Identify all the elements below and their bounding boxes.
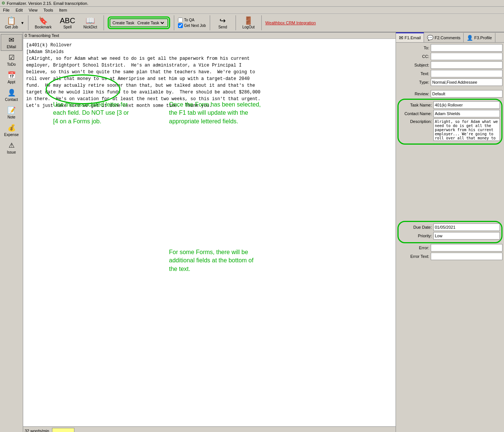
priority-label: Priority: (400, 234, 432, 238)
to-input[interactable] (431, 44, 503, 52)
form-row-error: Error: (397, 244, 503, 252)
text-area-container: Use the associated letter for each field… (23, 39, 396, 426)
contactname-input[interactable] (433, 110, 500, 117)
form-row-priority: Priority: (400, 232, 500, 240)
f2comments-tab-icon: 💬 (427, 35, 433, 41)
menu-tools[interactable]: Tools (42, 7, 55, 13)
f1email-tab-icon: ✉ (399, 35, 403, 41)
title-bar: ⚙ Formalizer. Version 2.15. Email transc… (0, 0, 504, 7)
cc-label: CC: (397, 54, 429, 59)
sidebar-item-contact[interactable]: 👤 Contact (1, 87, 22, 104)
cc-input[interactable] (431, 53, 503, 60)
tab-f1email[interactable]: ✉ F1.Email (396, 33, 424, 42)
nickdict-button[interactable]: 📖 NickDict (81, 16, 100, 30)
logout-icon: 🚪 (244, 17, 253, 24)
errortext-input[interactable] (431, 253, 503, 260)
form-row-taskname: Task Name: (400, 101, 500, 109)
error-input[interactable] (431, 244, 503, 252)
email-icon: ✉ (9, 36, 14, 44)
title-text: Formalizer. Version 2.15. Email transcri… (7, 1, 88, 6)
content-area: 0 Transcribing Text Use the associated l… (23, 33, 396, 432)
sidebar-item-todo[interactable]: ☑ ToDo (1, 52, 22, 68)
right-tabs: ✉ F1.Email 💬 F2.Comments 👤 F3.Profile (396, 33, 504, 43)
form-row-type: Type: (397, 78, 503, 86)
note-icon: 📝 (7, 106, 16, 114)
words-per-min: 32 words/min (25, 429, 49, 432)
form-row-errortext: Error Text: (397, 253, 503, 260)
bookmark-icon: 🔖 (39, 17, 48, 24)
issue-icon: ⚠ (9, 141, 15, 149)
todo-icon: ☑ (9, 53, 15, 62)
spell-icon: ABC (60, 17, 75, 24)
right-panel: ✉ F1.Email 💬 F2.Comments 👤 F3.Profile To… (396, 33, 504, 432)
sidebar-item-appt[interactable]: 📅 Appt (1, 69, 22, 86)
status-input[interactable] (52, 428, 74, 432)
send-button[interactable]: ↪ Send (214, 16, 232, 30)
type-label: Type: (397, 80, 429, 84)
f3profile-tab-icon: 👤 (467, 35, 473, 41)
errortext-label: Error Text: (397, 254, 429, 259)
review-input[interactable] (431, 90, 503, 98)
form-row-review: Review: (397, 90, 503, 98)
type-input[interactable] (431, 78, 503, 86)
to-qa-label: To QA (184, 18, 194, 22)
tab-f2comments[interactable]: 💬 F2.Comments (424, 33, 464, 42)
contact-icon: 👤 (7, 89, 16, 97)
appt-icon: 📅 (7, 71, 16, 79)
taskname-label: Task Name: (400, 103, 432, 107)
sidebar-item-email[interactable]: ✉ EMail (1, 34, 22, 51)
description-label: Description: (400, 119, 432, 124)
form-row-text: Text: (397, 70, 503, 77)
to-qa-checkbox[interactable] (178, 18, 183, 22)
main-layout: ✉ EMail ☑ ToDo 📅 Appt 👤 Contact 📝 Note 💰… (0, 33, 504, 432)
priority-input[interactable] (433, 232, 500, 240)
duedate-label: Due Date: (400, 225, 432, 229)
main-textarea[interactable] (23, 39, 396, 426)
expense-icon: 💰 (7, 124, 16, 132)
error-label: Error: (397, 246, 429, 250)
text-input[interactable] (431, 70, 503, 77)
create-task-wrapper: Create Task Create Task (108, 16, 170, 29)
form-row-duedate: Due Date: (400, 223, 500, 231)
form-panel: To: CC: Subject: Text: Type: (396, 43, 504, 432)
get-job-dropdown[interactable]: ▼ (21, 21, 24, 25)
form-row-subject: Subject: (397, 61, 503, 69)
form-row-cc: CC: (397, 53, 503, 60)
toolbar: 📋 Get Job ▼ 🔖 Bookmark ABC Spell 📖 NickD… (0, 14, 504, 33)
left-sidebar: ✉ EMail ☑ ToDo 📅 Appt 👤 Contact 📝 Note 💰… (0, 33, 23, 432)
review-label: Review: (397, 92, 429, 96)
description-input[interactable]: Alright, so for Adam what we need to do … (433, 118, 500, 141)
menu-edit[interactable]: Edit (14, 7, 24, 13)
menu-bar: File Edit View Tools Item (0, 7, 504, 14)
get-job-button[interactable]: 📋 Get Job (2, 16, 21, 30)
transcribing-label: 0 Transcribing Text (23, 33, 396, 39)
taskname-input[interactable] (433, 101, 500, 109)
text-label: Text: (397, 71, 429, 76)
sidebar-item-expense[interactable]: 💰 Expense (1, 122, 22, 139)
send-icon: ↪ (219, 17, 226, 24)
form-row-contactname: Contact Name: (400, 110, 500, 117)
get-job-icon: 📋 (7, 17, 16, 24)
crm-link[interactable]: Wealthbox CRM Integration (265, 21, 316, 25)
qa-options: To QA Get Next Job (178, 18, 206, 28)
subject-input[interactable] (431, 61, 503, 69)
get-next-job-label: Get Next Job (184, 24, 206, 28)
app-icon: ⚙ (1, 1, 5, 6)
get-next-job-checkbox[interactable] (178, 23, 183, 28)
create-task-dropdown[interactable]: Create Task (136, 20, 165, 25)
create-task-button[interactable]: Create Task Create Task (110, 18, 169, 27)
menu-view[interactable]: View (27, 7, 39, 13)
sidebar-item-issue[interactable]: ⚠ Issue (1, 139, 22, 156)
nickdict-icon: 📖 (86, 17, 95, 24)
form-row-description: Description: Alright, so for Adam what w… (400, 118, 500, 141)
spell-button[interactable]: ABC Spell (57, 16, 78, 30)
menu-item[interactable]: Item (58, 7, 68, 13)
menu-file[interactable]: File (1, 7, 11, 13)
bookmark-button[interactable]: 🔖 Bookmark (32, 16, 54, 30)
status-bar: 32 words/min (23, 426, 396, 432)
logout-button[interactable]: 🚪 LogOut (240, 16, 258, 30)
duedate-input[interactable] (433, 223, 500, 231)
tab-f3profile[interactable]: 👤 F3.Profile (464, 33, 495, 42)
sidebar-item-note[interactable]: 📝 Note (1, 104, 22, 121)
to-label: To: (397, 46, 429, 50)
